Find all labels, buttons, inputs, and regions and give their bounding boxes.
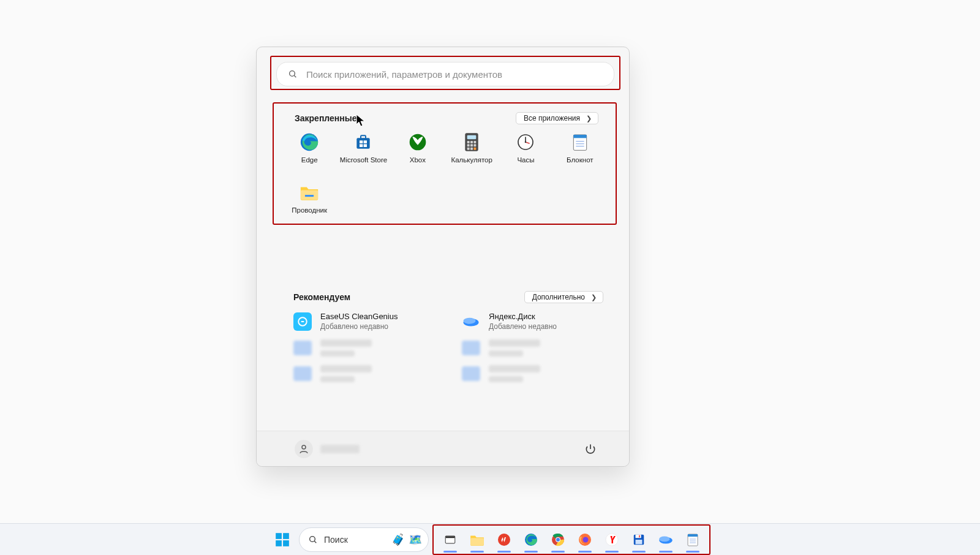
svg-rect-20	[473, 148, 476, 150]
pinned-app-label: Блокнот	[567, 156, 593, 164]
taskbar-app-taskview[interactable]	[437, 527, 463, 553]
taskbar-pinned-apps-region	[432, 524, 710, 555]
taskbar-app-chrome[interactable]	[545, 527, 571, 553]
pinned-app-clock[interactable]: Часы	[499, 132, 552, 173]
power-button[interactable]	[580, 439, 601, 459]
taskbar-app-wps[interactable]	[491, 527, 517, 553]
start-menu-search-region	[270, 56, 620, 90]
pinned-app-explorer[interactable]: Проводник	[282, 182, 336, 224]
yandex-disk-icon	[462, 312, 480, 331]
start-menu: Закрепленные Все приложения ❯ Edge Micro…	[256, 47, 630, 467]
suitcase-icon: 🧳	[391, 533, 405, 546]
svg-rect-36	[276, 533, 282, 539]
taskbar-app-notepad[interactable]	[680, 527, 706, 553]
svg-point-34	[464, 317, 476, 323]
svg-rect-37	[283, 533, 289, 539]
svg-rect-14	[473, 141, 476, 143]
svg-rect-11	[467, 135, 477, 140]
svg-point-59	[659, 536, 669, 542]
svg-point-0	[290, 71, 295, 77]
map-icon: 🗺️	[409, 533, 422, 546]
taskbar-app-explorer[interactable]	[464, 527, 490, 553]
clock-icon	[515, 132, 536, 153]
taskbar-search-highlights[interactable]: 🧳 🗺️	[391, 533, 422, 546]
svg-rect-15	[467, 144, 470, 146]
pinned-app-label: Часы	[517, 156, 534, 164]
taskbar-app-cloud[interactable]	[653, 527, 679, 553]
file-explorer-icon	[299, 182, 320, 203]
chevron-right-icon: ❯	[591, 293, 597, 301]
search-icon	[308, 535, 318, 545]
recommended-item-blurred	[462, 365, 606, 382]
svg-rect-13	[470, 141, 473, 143]
pinned-app-label: Microsoft Store	[340, 156, 387, 164]
svg-rect-31	[305, 195, 314, 197]
recommended-item-name: EaseUS CleanGenius	[320, 312, 398, 321]
taskbar-app-edge[interactable]	[518, 527, 544, 553]
recommended-title: Рекомендуем	[293, 292, 350, 302]
svg-rect-4	[361, 135, 366, 138]
pinned-app-calculator[interactable]: Калькулятор	[445, 132, 499, 173]
recommended-item-sub: Добавлено недавно	[489, 322, 557, 331]
more-recommended-button[interactable]: Дополнительно ❯	[524, 291, 603, 303]
avatar-icon	[295, 440, 313, 458]
pinned-app-label: Калькулятор	[451, 156, 492, 164]
svg-rect-8	[364, 144, 367, 147]
pinned-app-label: Edge	[301, 156, 318, 164]
pinned-app-xbox[interactable]: Xbox	[391, 132, 445, 173]
mouse-cursor-icon	[356, 114, 366, 127]
svg-rect-26	[573, 135, 586, 138]
svg-rect-12	[467, 141, 470, 143]
svg-rect-16	[470, 144, 473, 146]
svg-rect-5	[360, 140, 363, 143]
easeus-icon	[293, 312, 312, 331]
svg-point-52	[583, 537, 589, 542]
pinned-title: Закрепленные	[295, 113, 357, 123]
calculator-icon	[461, 132, 482, 153]
chevron-right-icon: ❯	[586, 115, 592, 123]
svg-rect-38	[276, 540, 282, 546]
pinned-app-edge[interactable]: Edge	[282, 132, 336, 173]
svg-rect-39	[283, 540, 289, 546]
recommended-item-yadisk[interactable]: Яндекс.Диск Добавлено недавно	[462, 312, 606, 331]
microsoft-store-icon	[353, 132, 374, 153]
recommended-section: Рекомендуем Дополнительно ❯ EaseUS Clean…	[281, 291, 606, 382]
all-apps-button[interactable]: Все приложения ❯	[516, 112, 598, 124]
pinned-app-notepad[interactable]: Блокнот	[553, 132, 607, 173]
pinned-apps-grid: Edge Microsoft Store Xbox Калькулятор	[282, 132, 607, 224]
pinned-app-store[interactable]: Microsoft Store	[336, 132, 390, 173]
svg-rect-3	[357, 138, 370, 148]
svg-line-1	[294, 75, 296, 77]
search-input[interactable]	[306, 69, 603, 80]
svg-point-40	[310, 536, 315, 542]
taskbar-app-save[interactable]	[626, 527, 652, 553]
pinned-section: Закрепленные Все приложения ❯ Edge Micro…	[273, 102, 617, 225]
svg-rect-6	[364, 140, 367, 143]
edge-icon	[299, 132, 320, 153]
start-button[interactable]	[270, 527, 295, 553]
taskbar-app-firefox[interactable]	[572, 527, 598, 553]
pinned-app-label: Проводник	[292, 206, 327, 214]
taskbar-search-label: Поиск	[324, 535, 348, 545]
user-account-button[interactable]	[295, 440, 360, 458]
start-menu-search[interactable]	[276, 62, 614, 86]
taskbar-app-yandex[interactable]	[599, 527, 625, 553]
search-icon	[288, 69, 298, 79]
svg-rect-57	[639, 535, 640, 537]
start-menu-footer	[257, 431, 629, 466]
recommended-item-blurred	[462, 339, 606, 357]
svg-point-24	[525, 142, 527, 143]
recommended-item-blurred	[293, 365, 437, 382]
recommended-item-easeus[interactable]: EaseUS CleanGenius Добавлено недавно	[293, 312, 437, 331]
svg-rect-18	[467, 148, 470, 150]
xbox-icon	[407, 132, 428, 153]
notepad-icon	[570, 132, 590, 153]
svg-rect-17	[473, 144, 476, 146]
svg-rect-44	[446, 536, 455, 538]
svg-rect-61	[688, 534, 698, 537]
more-recommended-label: Дополнительно	[532, 293, 585, 301]
svg-rect-56	[636, 540, 643, 544]
pinned-app-label: Xbox	[410, 156, 426, 164]
svg-rect-7	[360, 144, 363, 147]
taskbar-search[interactable]: Поиск 🧳 🗺️	[299, 527, 429, 552]
